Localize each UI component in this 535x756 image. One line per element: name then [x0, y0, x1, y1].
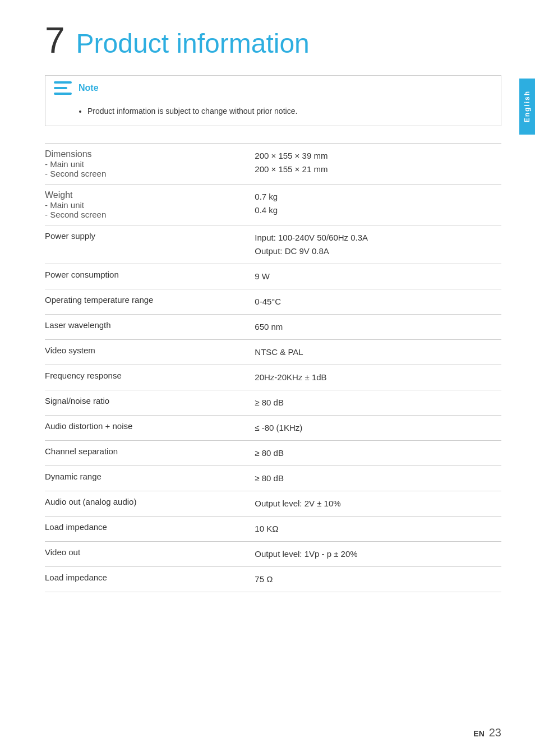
note-icon-bar-3 [54, 93, 72, 95]
spec-label: Operating temperature range [45, 289, 250, 315]
note-icon-bar-2 [54, 87, 67, 89]
footer-lang: EN [473, 729, 484, 738]
table-row: Operating temperature range0-45°C [45, 289, 501, 315]
note-header: Note [45, 76, 501, 100]
spec-value: Input: 100-240V 50/60Hz 0.3AOutput: DC 9… [250, 225, 501, 264]
note-icon [54, 81, 72, 95]
table-row: Load impedance10 KΩ [45, 517, 501, 542]
chapter-number: 7 [45, 22, 65, 58]
spec-value: 20Hz-20KHz ± 1dB [250, 365, 501, 390]
table-row: Video systemNTSC & PAL [45, 340, 501, 365]
table-row: Power supplyInput: 100-240V 50/60Hz 0.3A… [45, 225, 501, 264]
spec-sub-label: - Main unit [45, 200, 246, 210]
spec-sub-label: - Main unit [45, 159, 246, 169]
chapter-heading: 7 Product information [45, 22, 501, 58]
chapter-title: Product information [76, 30, 310, 57]
spec-value: 200 × 155 × 21 mm [255, 163, 497, 176]
spec-value: Output level: 2V ± 10% [250, 491, 501, 517]
spec-category: Weight [45, 190, 246, 200]
note-list: Product information is subject to change… [79, 105, 492, 117]
table-row: Power consumption9 W [45, 264, 501, 289]
spec-label: Video system [45, 340, 250, 365]
table-row: Video outOutput level: 1Vp - p ± 20% [45, 542, 501, 567]
spec-label: Signal/noise ratio [45, 390, 250, 416]
spec-label: Frequency response [45, 365, 250, 390]
spec-label: Channel separation [45, 441, 250, 466]
spec-label: Power consumption [45, 264, 250, 289]
table-row: Frequency response20Hz-20KHz ± 1dB [45, 365, 501, 390]
specs-table: Dimensions- Main unit- Second screen200 … [45, 143, 501, 592]
spec-label: Audio distortion + noise [45, 416, 250, 441]
spec-value: 10 KΩ [250, 517, 501, 542]
table-row: Dimensions- Main unit- Second screen200 … [45, 144, 501, 185]
table-row: Load impedance75 Ω [45, 567, 501, 592]
note-icon-bar-1 [54, 81, 72, 84]
note-item: Product information is subject to change… [87, 105, 492, 117]
footer-page: 23 [489, 726, 501, 739]
table-row: Weight- Main unit- Second screen0.7 kg0.… [45, 185, 501, 225]
table-row: Audio out (analog audio)Output level: 2V… [45, 491, 501, 517]
side-tab: English [519, 79, 535, 135]
spec-value: 9 W [250, 264, 501, 289]
spec-value: ≤ -80 (1KHz) [250, 416, 501, 441]
table-row: Audio distortion + noise≤ -80 (1KHz) [45, 416, 501, 441]
spec-label: Power supply [45, 225, 250, 264]
spec-value: ≥ 80 dB [250, 390, 501, 416]
spec-label: Load impedance [45, 567, 250, 592]
spec-value: 0.4 kg [255, 204, 497, 217]
page-footer: EN 23 [473, 726, 501, 739]
spec-label: Load impedance [45, 517, 250, 542]
spec-value: 200 × 155 × 39 mm [255, 149, 497, 163]
spec-sub-label: - Second screen [45, 210, 246, 219]
spec-value: Output level: 1Vp - p ± 20% [250, 542, 501, 567]
table-row: Channel separation≥ 80 dB [45, 441, 501, 466]
note-content: Product information is subject to change… [45, 100, 501, 126]
table-row: Signal/noise ratio≥ 80 dB [45, 390, 501, 416]
table-row: Dynamic range≥ 80 dB [45, 466, 501, 491]
table-row: Laser wavelength650 nm [45, 315, 501, 340]
spec-value: 650 nm [250, 315, 501, 340]
side-tab-text: English [523, 90, 531, 122]
spec-label: Dynamic range [45, 466, 250, 491]
note-box: Note Product information is subject to c… [45, 75, 501, 126]
spec-label: Laser wavelength [45, 315, 250, 340]
spec-label: Video out [45, 542, 250, 567]
spec-value: ≥ 80 dB [250, 466, 501, 491]
spec-label: Audio out (analog audio) [45, 491, 250, 517]
note-label: Note [79, 83, 99, 93]
spec-value: 0.7 kg [255, 190, 497, 204]
page-container: English 7 Product information Note Produ… [0, 0, 535, 756]
spec-value: 0-45°C [250, 289, 501, 315]
spec-value: NTSC & PAL [250, 340, 501, 365]
spec-sub-label: - Second screen [45, 169, 246, 178]
spec-value: ≥ 80 dB [250, 441, 501, 466]
spec-category: Dimensions [45, 149, 246, 159]
spec-value: 75 Ω [250, 567, 501, 592]
